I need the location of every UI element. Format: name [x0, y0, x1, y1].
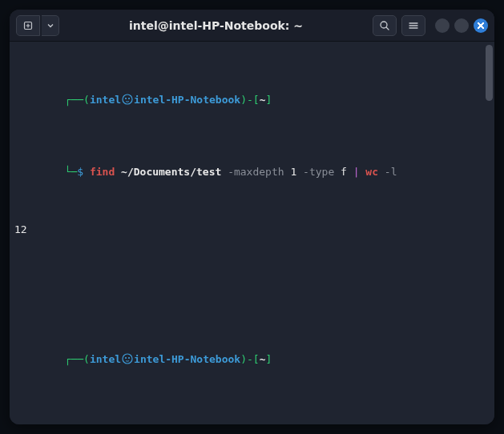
flag-maxdepth: -maxdepth [228, 166, 284, 178]
new-tab-dropdown[interactable] [42, 15, 59, 36]
cmd-path: ~/Documents/test [121, 166, 221, 178]
new-tab-button[interactable] [16, 15, 40, 36]
prompt-symbol: $ [77, 166, 83, 178]
arg-1: 1 [290, 166, 296, 178]
svg-point-6 [125, 357, 127, 359]
svg-point-3 [125, 98, 127, 99]
terminal-body[interactable]: ┌──(intelintel-HP-Notebook)-[~] └─$ find… [10, 42, 494, 424]
window-controls [435, 18, 488, 33]
titlebar-right [373, 15, 488, 36]
flag-type: -type [303, 166, 334, 178]
scrollbar[interactable] [486, 45, 493, 101]
search-button[interactable] [373, 15, 397, 36]
skull-icon [122, 353, 133, 364]
window-title: intel@intel-HP-Notebook: ~ [64, 19, 368, 32]
svg-point-2 [123, 94, 132, 104]
prompt-host: intel-HP-Notebook [134, 94, 240, 106]
prompt-user: intel [90, 94, 121, 106]
svg-point-7 [128, 357, 130, 359]
output-line: 12 [14, 223, 490, 237]
close-button[interactable] [474, 18, 488, 33]
svg-point-4 [128, 98, 130, 99]
pipe: | [353, 166, 360, 178]
menu-button[interactable] [401, 15, 425, 36]
minimize-button[interactable] [435, 18, 450, 33]
prompt-host: intel-HP-Notebook [134, 353, 240, 365]
new-tab-icon [22, 20, 34, 31]
titlebar-left [16, 15, 59, 36]
skull-icon [122, 94, 133, 105]
arg-f: f [341, 166, 347, 178]
prompt-user: intel [90, 353, 121, 365]
flag-l: -l [385, 166, 397, 178]
terminal-window: intel@intel-HP-Notebook: ~ [10, 10, 494, 424]
maximize-button[interactable] [454, 18, 469, 33]
prompt-block: ┌──(intelintel-HP-Notebook)-[~] └─$ find… [14, 50, 490, 309]
prompt-block: ┌──(intelintel-HP-Notebook)-[~] └─$ [14, 309, 490, 424]
search-icon [379, 20, 390, 31]
svg-point-5 [123, 354, 132, 364]
cmd-find: find [90, 166, 115, 178]
chevron-down-icon [47, 22, 54, 29]
cmd-wc: wc [365, 166, 378, 178]
titlebar: intel@intel-HP-Notebook: ~ [10, 10, 494, 42]
hamburger-icon [408, 20, 419, 31]
